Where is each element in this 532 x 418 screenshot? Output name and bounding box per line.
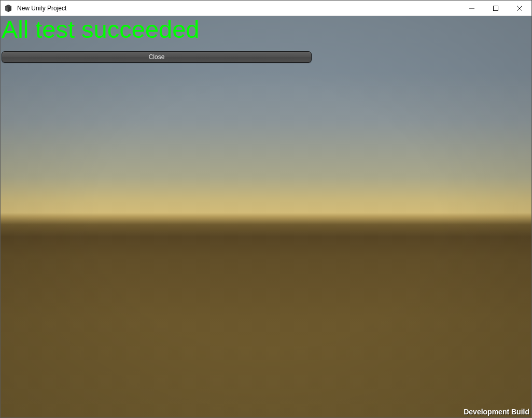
status-text: All test succeeded	[2, 17, 199, 41]
titlebar[interactable]: New Unity Project	[1, 1, 531, 16]
window-frame: New Unity Project All test succeeded Clo…	[0, 0, 532, 418]
close-window-button[interactable]	[508, 1, 531, 16]
window-title: New Unity Project	[16, 5, 66, 12]
minimize-button[interactable]	[460, 1, 484, 16]
unity-icon	[1, 1, 16, 16]
game-viewport: All test succeeded Close Development Bui…	[1, 16, 531, 417]
close-button-label: Close	[149, 53, 165, 61]
close-button[interactable]: Close	[2, 51, 312, 63]
development-build-label: Development Build	[464, 408, 529, 416]
svg-rect-5	[494, 6, 498, 10]
maximize-button[interactable]	[484, 1, 508, 16]
